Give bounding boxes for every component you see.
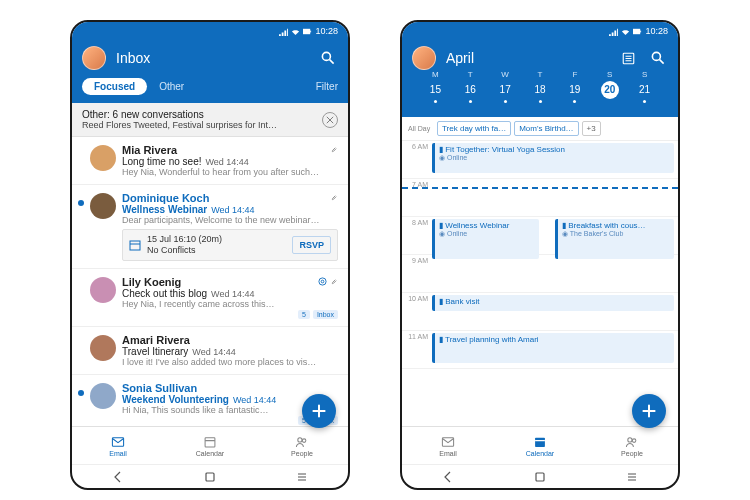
svg-point-2 <box>322 52 330 60</box>
recent-icon[interactable] <box>626 471 638 483</box>
search-icon[interactable] <box>648 48 668 68</box>
svg-rect-26 <box>535 437 545 446</box>
weekday-label: M <box>418 70 453 79</box>
svg-point-29 <box>632 438 636 442</box>
calendar-header: April MTWTFSS 15161718192021 <box>402 40 678 117</box>
calendar-event[interactable]: ▮ Breakfast with cous…◉ The Baker's Club <box>555 219 674 259</box>
email-row[interactable]: Lily KoenigCheck out this blogWed 14:44H… <box>72 269 348 327</box>
nav-email[interactable]: Email <box>72 427 164 464</box>
preview: Hey Nia, Wonderful to hear from you afte… <box>122 167 338 177</box>
date-cell[interactable]: 18 <box>523 81 558 103</box>
nav-calendar[interactable]: Calendar <box>164 427 256 464</box>
back-icon[interactable] <box>442 471 454 483</box>
system-nav <box>72 464 348 488</box>
search-icon[interactable] <box>318 48 338 68</box>
date-cell[interactable]: 17 <box>488 81 523 103</box>
preview: Hey Nia, I recently came across this… <box>122 299 338 309</box>
recent-icon[interactable] <box>296 471 308 483</box>
time: Wed 14:44 <box>211 205 254 215</box>
nav-email[interactable]: Email <box>402 427 494 464</box>
status-bar: 10:28 <box>72 22 348 40</box>
allday-chip[interactable]: Mom's Birthd… <box>514 121 578 136</box>
svg-rect-1 <box>311 30 312 32</box>
other-conversations-bar[interactable]: Other: 6 new conversations Reed Flores T… <box>72 103 348 137</box>
svg-line-24 <box>660 60 664 64</box>
phone-inbox: 10:28 Inbox Focused Other Filter Other: … <box>70 20 350 490</box>
email-row[interactable]: Amari RiveraTravel ItineraryWed 14:44I l… <box>72 327 348 375</box>
calendar-body: 6 AM7 AM8 AM9 AM10 AM11 AM▮ Fit Together… <box>402 141 678 426</box>
calendar-icon <box>129 239 141 251</box>
sender-avatar <box>90 277 116 303</box>
svg-rect-17 <box>633 28 640 33</box>
date-cell[interactable]: 15 <box>418 81 453 103</box>
signal-icon <box>279 27 288 36</box>
back-icon[interactable] <box>112 471 124 483</box>
svg-rect-8 <box>112 437 123 445</box>
calendar-event[interactable]: ▮ Wellness Webinar◉ Online <box>432 219 539 259</box>
svg-point-28 <box>628 437 632 441</box>
calendar-event[interactable]: ▮ Fit Together: Virtual Yoga Session◉ On… <box>432 143 674 173</box>
subject: Check out this blog <box>122 288 207 299</box>
weekday-label: S <box>627 70 662 79</box>
sender: Dominique Koch <box>122 192 326 204</box>
weekday-label: S <box>592 70 627 79</box>
badge: 5 <box>298 310 310 319</box>
svg-rect-4 <box>130 241 140 250</box>
sender: Mia Rivera <box>122 144 326 156</box>
date-cell[interactable]: 21 <box>627 81 662 103</box>
time: Wed 14:44 <box>233 395 276 405</box>
mention-icon <box>318 277 327 286</box>
svg-point-12 <box>302 438 306 442</box>
compose-fab[interactable] <box>302 394 336 428</box>
time: Wed 14:44 <box>211 289 254 299</box>
sender-avatar <box>90 383 116 409</box>
system-nav <box>402 464 678 488</box>
hour-label: 8 AM <box>402 217 432 254</box>
weekday-label: T <box>453 70 488 79</box>
svg-point-6 <box>319 277 326 284</box>
sender: Lily Koenig <box>122 276 315 288</box>
svg-rect-0 <box>303 28 310 33</box>
agenda-icon[interactable] <box>618 48 638 68</box>
status-time: 10:28 <box>645 26 668 36</box>
svg-rect-25 <box>442 437 453 445</box>
tab-other[interactable]: Other <box>147 78 196 95</box>
rsvp-button[interactable]: RSVP <box>292 236 331 254</box>
nav-calendar[interactable]: Calendar <box>494 427 586 464</box>
email-row[interactable]: Mia RiveraLong time no see!Wed 14:44Hey … <box>72 137 348 185</box>
date-cell[interactable]: 16 <box>453 81 488 103</box>
nav-people[interactable]: People <box>256 427 348 464</box>
signal-icon <box>609 27 618 36</box>
filter-button[interactable]: Filter <box>316 81 338 92</box>
allday-chip[interactable]: Trek day with fa… <box>437 121 511 136</box>
sender-avatar <box>90 335 116 361</box>
avatar[interactable] <box>412 46 436 70</box>
allday-more[interactable]: +3 <box>582 121 601 136</box>
calendar-event[interactable]: ▮ Travel planning with Amari <box>432 333 674 363</box>
calendar-event[interactable]: ▮ Bank visit <box>432 295 674 311</box>
now-indicator <box>402 187 678 189</box>
inbox-header: Inbox Focused Other Filter <box>72 40 348 103</box>
weekday-label: F <box>557 70 592 79</box>
subject: Long time no see! <box>122 156 202 167</box>
avatar[interactable] <box>82 46 106 70</box>
date-cell[interactable]: 19 <box>557 81 592 103</box>
sender: Sonia Sullivan <box>122 382 335 394</box>
email-row[interactable]: Dominique KochWellness WebinarWed 14:44D… <box>72 185 348 269</box>
svg-point-7 <box>321 280 324 283</box>
nav-people[interactable]: People <box>586 427 678 464</box>
home-icon[interactable] <box>534 471 546 483</box>
home-icon[interactable] <box>204 471 216 483</box>
date-cell[interactable]: 20 <box>592 81 627 103</box>
inbox-title: Inbox <box>116 50 308 66</box>
sender: Amari Rivera <box>122 334 335 346</box>
new-event-fab[interactable] <box>632 394 666 428</box>
battery-icon <box>633 27 642 36</box>
preview: I love it! I've also added two more plac… <box>122 357 338 367</box>
tab-focused[interactable]: Focused <box>82 78 147 95</box>
other-line2: Reed Flores Tweeted, Festival surprises … <box>82 120 322 130</box>
svg-point-23 <box>652 52 660 60</box>
dismiss-icon[interactable] <box>322 112 338 128</box>
wifi-icon <box>621 27 630 36</box>
battery-icon <box>303 27 312 36</box>
